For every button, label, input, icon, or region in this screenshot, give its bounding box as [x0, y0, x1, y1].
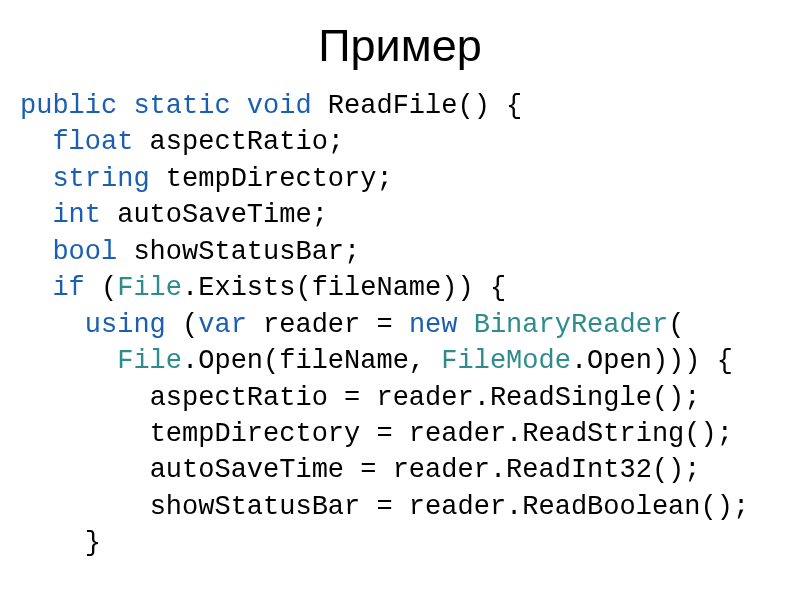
indent	[20, 273, 52, 303]
indent	[20, 492, 150, 522]
code-text	[457, 310, 473, 340]
code-line: aspectRatio = reader.ReadSingle();	[20, 383, 701, 413]
indent	[20, 419, 150, 449]
code-text: aspectRatio;	[133, 127, 344, 157]
code-line: showStatusBar = reader.ReadBoolean();	[20, 492, 749, 522]
code-line: File.Open(fileName, FileMode.Open))) {	[20, 346, 733, 376]
indent	[20, 383, 150, 413]
code-text: autoSaveTime;	[101, 200, 328, 230]
keyword: public	[20, 91, 117, 121]
code-line: public static void ReadFile() {	[20, 91, 522, 121]
code-block: public static void ReadFile() { float as…	[20, 88, 780, 562]
indent	[20, 237, 52, 267]
indent	[20, 528, 85, 558]
code-line: if (File.Exists(fileName)) {	[20, 273, 506, 303]
keyword: static	[133, 91, 230, 121]
code-text: showStatusBar = reader.ReadBoolean();	[150, 492, 750, 522]
keyword: string	[52, 164, 149, 194]
keyword: var	[198, 310, 247, 340]
code-text: .Open))) {	[571, 346, 733, 376]
indent	[20, 346, 117, 376]
indent	[20, 164, 52, 194]
class-name: File	[117, 346, 182, 376]
code-text: aspectRatio = reader.ReadSingle();	[150, 383, 701, 413]
code-line: tempDirectory = reader.ReadString();	[20, 419, 733, 449]
code-line: float aspectRatio;	[20, 127, 344, 157]
code-text: tempDirectory;	[150, 164, 393, 194]
indent	[20, 200, 52, 230]
code-line: string tempDirectory;	[20, 164, 393, 194]
code-line: bool showStatusBar;	[20, 237, 360, 267]
code-text: (	[166, 310, 198, 340]
slide-title: Пример	[20, 20, 780, 72]
code-text: showStatusBar;	[117, 237, 360, 267]
code-line: }	[20, 528, 101, 558]
slide: Пример public static void ReadFile() { f…	[0, 0, 800, 600]
code-text: tempDirectory = reader.ReadString();	[150, 419, 733, 449]
code-text: autoSaveTime = reader.ReadInt32();	[150, 455, 701, 485]
keyword: float	[52, 127, 133, 157]
code-text: .Open(fileName,	[182, 346, 441, 376]
keyword: using	[85, 310, 166, 340]
keyword: bool	[52, 237, 117, 267]
code-line: int autoSaveTime;	[20, 200, 328, 230]
code-text: (	[85, 273, 117, 303]
code-line: autoSaveTime = reader.ReadInt32();	[20, 455, 701, 485]
class-name: BinaryReader	[474, 310, 668, 340]
code-line: using (var reader = new BinaryReader(	[20, 310, 684, 340]
keyword: void	[247, 91, 312, 121]
code-text: ReadFile() {	[312, 91, 523, 121]
class-name: File	[117, 273, 182, 303]
code-text: (	[668, 310, 684, 340]
indent	[20, 127, 52, 157]
class-name: FileMode	[441, 346, 571, 376]
code-text: .Exists(fileName)) {	[182, 273, 506, 303]
indent	[20, 310, 85, 340]
code-text: }	[85, 528, 101, 558]
code-text: reader =	[247, 310, 409, 340]
keyword: if	[52, 273, 84, 303]
indent	[20, 455, 150, 485]
keyword: int	[52, 200, 101, 230]
keyword: new	[409, 310, 458, 340]
